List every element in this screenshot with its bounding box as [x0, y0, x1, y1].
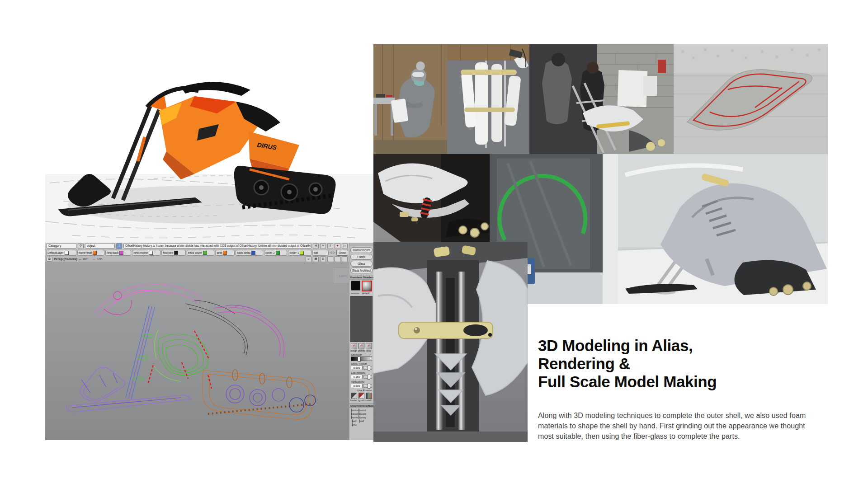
photo-worker-sanding-art	[373, 44, 447, 154]
layer-swatch	[149, 251, 153, 255]
layer-tab-frame-final[interactable]: frame final	[77, 250, 104, 256]
eccentricity-value[interactable]: 0.350	[351, 375, 363, 379]
hwshd-label: hwshd	[350, 399, 357, 402]
heart-tool-icon[interactable]: ♥	[335, 243, 340, 249]
object-field[interactable]: object	[85, 243, 115, 249]
close-view-icon[interactable]: ⊠	[47, 257, 52, 262]
view-cube-face-label: LEFT	[339, 274, 347, 277]
window-icon-3[interactable]	[342, 256, 348, 262]
vis2-label: vis2	[360, 420, 364, 422]
resident-shaders-header: Resident Shaders	[349, 275, 373, 280]
layer-tab-track-cover[interactable]: track cover	[187, 250, 215, 256]
layer-tab-foot-peg[interactable]: foot peg	[161, 250, 186, 256]
environment-swatch-label: environ	[351, 292, 359, 295]
headline-line-2: Rendering &	[538, 355, 717, 373]
layer-label: frame final	[79, 251, 92, 254]
layer-label: foot peg	[163, 251, 173, 254]
layer-tab-new-back[interactable]: new back	[105, 250, 131, 256]
assign-icon[interactable]: ↶	[351, 343, 357, 349]
copy-shader-icon[interactable]: ↶	[366, 343, 372, 349]
assign-label: assign	[350, 349, 357, 352]
eccentricity-slider[interactable]	[363, 375, 372, 379]
category-dropdown[interactable]: Category	[47, 243, 76, 249]
spec-rolloff-value[interactable]: 0.500	[351, 366, 363, 370]
grid-view-icon[interactable]: ▦	[313, 256, 319, 262]
use-environment-label[interactable]: Use Environ	[349, 388, 373, 392]
pan-view-icon[interactable]: ⊞	[320, 256, 326, 262]
history-tool-icon[interactable]: H	[313, 243, 319, 249]
reflectivity-value[interactable]: 0.500	[351, 384, 363, 388]
reflectivity-row: Reflectivity 0.500	[349, 379, 373, 388]
specular-slider[interactable]	[351, 357, 372, 361]
swatch-labels: environ default	[349, 291, 373, 295]
layer-label: seat	[217, 251, 222, 254]
section-headline: 3D Modeling in Alias, Rendering & Full S…	[538, 337, 717, 391]
tgmdl-label: tg mdl	[358, 399, 364, 402]
alias-viewport[interactable]: LEFT	[45, 262, 349, 440]
layer-swatch	[119, 251, 123, 255]
hash-tool-icon[interactable]: #	[327, 243, 333, 249]
default-shader-swatch[interactable]	[362, 281, 372, 291]
vis1-label: vis1	[353, 420, 357, 422]
layer-tab-back-detail[interactable]: back detail	[236, 250, 263, 256]
reflectivity-slider[interactable]	[363, 384, 372, 388]
scale-icon: ⇔	[92, 258, 95, 261]
photo-grey-model-front-art	[373, 154, 490, 242]
panel-top-strip	[349, 243, 373, 246]
window-icon-1[interactable]	[327, 256, 333, 262]
environment-swatch[interactable]	[351, 281, 360, 291]
env-tab-fabric[interactable]: Fabric	[350, 254, 373, 260]
photo-two-men-art	[529, 44, 674, 154]
render-orange-bike: DIRUS	[45, 38, 373, 243]
survey-label: survey	[359, 416, 366, 419]
layer-swatch	[251, 251, 255, 255]
layer-next-arrow[interactable]: ▷	[333, 251, 335, 254]
photo-foam-frame-art	[447, 44, 529, 154]
view-name-label: Persp [Camera]	[54, 258, 77, 261]
env-tab-environments[interactable]: environments	[350, 247, 373, 253]
hwshd-icon[interactable]	[351, 393, 357, 399]
eccentricity-label: Eccentricity	[351, 371, 372, 374]
layer-tab-cover-2[interactable]: cover 2	[264, 250, 287, 256]
eccentricity-row: Eccentricity 0.350	[349, 370, 373, 379]
headline-line-1: 3D Modeling in Alias,	[538, 337, 717, 355]
alias-screenshot-window: Category ⚲ object i OffsetHistory histor…	[45, 243, 373, 440]
diagnostic-grid: shdnon mulcol rancol isoang horver surve…	[349, 408, 373, 427]
layer-prev-arrow[interactable]: ◁	[330, 251, 332, 254]
play-tool-icon[interactable]: ▷	[342, 243, 348, 249]
layer-label: cover 2	[265, 251, 275, 254]
view-cube[interactable]: LEFT	[333, 267, 349, 284]
env-tab-glass-architect[interactable]: Glass Architect	[350, 267, 373, 273]
pencil-tool-icon[interactable]: +	[320, 243, 326, 249]
window-icon-2[interactable]	[335, 256, 340, 262]
layer-tab-cover-1[interactable]: cover 1	[288, 250, 311, 256]
shader-list-area[interactable]	[350, 296, 373, 342]
layer-label: track cover	[188, 251, 202, 254]
pickobj-icon[interactable]: ↶	[359, 343, 365, 349]
info-icon[interactable]: i	[116, 243, 122, 249]
warning-message: OffsetHistory history is frozen because …	[123, 243, 311, 249]
env-tab-glass[interactable]: Glass	[350, 261, 373, 267]
diagnostic-shade-header: Diagnostic Shade	[349, 403, 373, 408]
photo-foam-frame	[447, 44, 529, 154]
photo-shell-sketch	[674, 44, 828, 154]
layer-label: new back	[107, 251, 119, 254]
layer-tab-seat[interactable]: seat	[215, 250, 235, 256]
photo-fork-closeup-art	[373, 242, 528, 442]
alias-persp-bar: ⊠ Persp [Camera] ↔ mm ⇔ 100 ☺ ▦ ⊞	[45, 256, 349, 262]
photo-worker-sanding	[373, 44, 447, 154]
show-button[interactable]: Show	[336, 250, 348, 256]
layer-tab-defaultlayer[interactable]: DefaultLayer	[46, 250, 76, 256]
layer-swatch	[65, 251, 69, 255]
layer-tab-new-engine[interactable]: new engine	[132, 250, 160, 256]
pick-tool-icon[interactable]: ⚲	[78, 243, 84, 249]
install-icon[interactable]	[366, 393, 372, 399]
face-view-icon[interactable]: ☺	[306, 256, 311, 262]
spec-rolloff-slider[interactable]	[363, 366, 372, 370]
tgmdl-icon[interactable]	[359, 393, 365, 399]
layer-tab-batt[interactable]: batt	[312, 250, 329, 256]
shader-panel: environments Fabric Glass Glass Architec…	[349, 243, 373, 440]
alias-layer-bar: DefaultLayer frame final new back new en…	[45, 249, 349, 256]
layer-label: DefaultLayer	[47, 251, 64, 254]
units-label: mm	[83, 258, 89, 261]
